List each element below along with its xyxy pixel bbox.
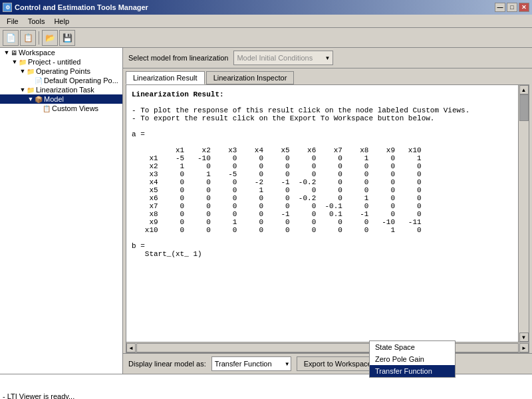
log-line1: - LTI Viewer is ready...	[3, 392, 529, 399]
dropdown-state-space[interactable]: State Space	[370, 341, 455, 353]
new-button[interactable]: 📄	[3, 30, 19, 46]
close-button[interactable]: ✕	[519, 3, 529, 12]
scroll-up-button[interactable]: ▲	[519, 85, 529, 94]
content-panel: Select model from linearization Model In…	[123, 48, 532, 374]
copy-button[interactable]: 📋	[20, 30, 36, 46]
result-content[interactable]: Linearization Result: - To plot the resp…	[126, 85, 518, 342]
default-op-icon: 📄	[35, 77, 43, 84]
default-op-expand[interactable]	[27, 77, 35, 84]
tab-linearization-inspector[interactable]: Linearization Inspector	[206, 71, 295, 84]
scroll-thumb[interactable]	[519, 94, 529, 121]
sidebar-project[interactable]: ▼ 📁 Project - untitled	[0, 57, 122, 66]
combo-arrow-icon: ▼	[325, 55, 330, 61]
minimize-button[interactable]: —	[495, 3, 505, 12]
workspace-label: Workspace	[19, 49, 55, 57]
model-expand[interactable]: ▼	[27, 96, 35, 102]
select-model-label: Select model from linearization	[128, 54, 228, 62]
titlebar-buttons: — □ ✕	[495, 3, 529, 12]
sidebar-linearization-task[interactable]: ▼ 📁 Linearization Task	[0, 85, 122, 94]
row: x2 1 0 0 0 0 0 0 0 0 0	[132, 162, 422, 170]
toolbar: 📄 📋 📂 💾	[0, 28, 532, 48]
save-button[interactable]: 💾	[59, 30, 75, 46]
model-combo[interactable]: Model Initial Conditions ▼	[233, 51, 333, 65]
workspace-expand[interactable]: ▼	[3, 49, 11, 56]
row: x7 0 0 0 0 0 0 -0.1 0 0 0	[132, 202, 422, 210]
row: x4 0 0 0 -2 -1 -0.2 0 0 0 0	[132, 178, 422, 186]
sidebar-model[interactable]: ▼ 📦 Model	[0, 94, 122, 104]
app-icon: ⚙	[3, 3, 12, 12]
vertical-scrollbar[interactable]: ▲ ▼	[518, 85, 529, 342]
lin-task-expand[interactable]: ▼	[19, 86, 27, 93]
row: x6 0 0 0 0 0 -0.2 0 1 0 0	[132, 194, 422, 202]
custom-views-icon: 📋	[43, 105, 51, 112]
custom-views-label: Custom Views	[52, 104, 98, 112]
tab-linearization-result[interactable]: Linearization Result	[126, 71, 205, 84]
lin-task-icon: 📁	[27, 86, 35, 94]
menu-help[interactable]: Help	[50, 16, 73, 27]
workspace-icon: 🖥	[11, 49, 17, 57]
model-label: Model	[44, 95, 64, 103]
row: x3 0 1 -5 0 0 0 0 0 0 0	[132, 170, 422, 178]
model-icon: 📦	[35, 96, 43, 103]
display-combo-wrapper: State Space Zero Pole Gain Transfer Func…	[211, 356, 291, 371]
scroll-left-button[interactable]: ◄	[126, 343, 136, 352]
bottom-controls: Display linear model as: State Space Zer…	[123, 353, 532, 374]
scroll-right-button[interactable]: ►	[519, 343, 529, 352]
row: x10 0 0 0 0 0 0 0 0 1 0	[132, 226, 422, 234]
custom-views-expand[interactable]	[35, 105, 43, 112]
menubar: File Tools Help	[0, 15, 532, 28]
dropdown-menu: State Space Zero Pole Gain Transfer Func…	[369, 340, 456, 378]
toolbar-separator	[39, 31, 39, 45]
lin-task-label: Linearization Task	[36, 86, 94, 94]
select-model-bar: Select model from linearization Model In…	[123, 48, 532, 68]
op-label: Operating Points	[36, 67, 90, 75]
result-title: Linearization Result:	[132, 90, 224, 98]
sidebar-default-op[interactable]: 📄 Default Operating Po...	[0, 76, 122, 85]
sidebar-operating-points[interactable]: ▼ 📁 Operating Points	[0, 66, 122, 76]
op-expand[interactable]: ▼	[19, 68, 27, 74]
model-combo-value: Model Initial Conditions	[237, 54, 313, 62]
scroll-track[interactable]	[519, 94, 529, 332]
sidebar-workspace[interactable]: ▼ 🖥 Workspace	[0, 48, 122, 57]
result-area: Linearization Result: - To plot the resp…	[126, 84, 529, 353]
open-button[interactable]: 📂	[42, 30, 58, 46]
default-op-label: Default Operating Po...	[44, 76, 118, 84]
maximize-button[interactable]: □	[507, 3, 517, 12]
dropdown-transfer-function[interactable]: Transfer Function	[370, 365, 455, 377]
row: x1 -5 -10 0 0 0 0 0 1 0 1	[132, 154, 422, 162]
row: x9 0 0 1 0 0 0 0 0 -10 -11	[132, 218, 422, 226]
matrix-b: b =	[132, 242, 145, 250]
menu-file[interactable]: File	[3, 16, 23, 27]
titlebar-left: ⚙ Control and Estimation Tools Manager	[3, 3, 148, 12]
sidebar: ▼ 🖥 Workspace ▼ 📁 Project - untitled ▼ 📁…	[0, 48, 123, 374]
hscroll-track[interactable]	[136, 343, 519, 352]
titlebar: ⚙ Control and Estimation Tools Manager —…	[0, 0, 532, 15]
scroll-down-button[interactable]: ▼	[519, 332, 529, 342]
menu-tools[interactable]: Tools	[24, 16, 49, 27]
project-label: Project - untitled	[28, 58, 80, 66]
result-inst1: - To plot the response of this result cl…	[132, 106, 469, 114]
op-icon: 📁	[27, 68, 35, 75]
dropdown-zero-pole-gain[interactable]: Zero Pole Gain	[370, 353, 455, 365]
b-hint: Start_(xt_ 1)	[132, 250, 202, 258]
display-combo[interactable]: State Space Zero Pole Gain Transfer Func…	[211, 356, 291, 371]
header: x1 x2 x3 x4 x5 x6 x7 x8 x9 x10	[132, 146, 422, 154]
app-title: Control and Estimation Tools Manager	[15, 3, 148, 11]
result-inst2: - To export the result click on the Expo…	[132, 114, 434, 122]
row: x8 0 0 0 0 -1 0 0.1 -1 0 0	[132, 210, 422, 218]
sidebar-custom-views[interactable]: 📋 Custom Views	[0, 104, 122, 113]
horizontal-scrollbar[interactable]: ◄ ►	[126, 342, 529, 352]
tab-bar: Linearization Result Linearization Inspe…	[123, 68, 532, 84]
main-area: ▼ 🖥 Workspace ▼ 📁 Project - untitled ▼ 📁…	[0, 48, 532, 374]
matrix-a: a =	[132, 130, 145, 138]
row: x5 0 0 0 1 0 0 0 0 0 0	[132, 186, 422, 194]
display-label: Display linear model as:	[128, 360, 206, 368]
project-icon: 📁	[19, 59, 27, 66]
project-expand[interactable]: ▼	[11, 59, 19, 65]
